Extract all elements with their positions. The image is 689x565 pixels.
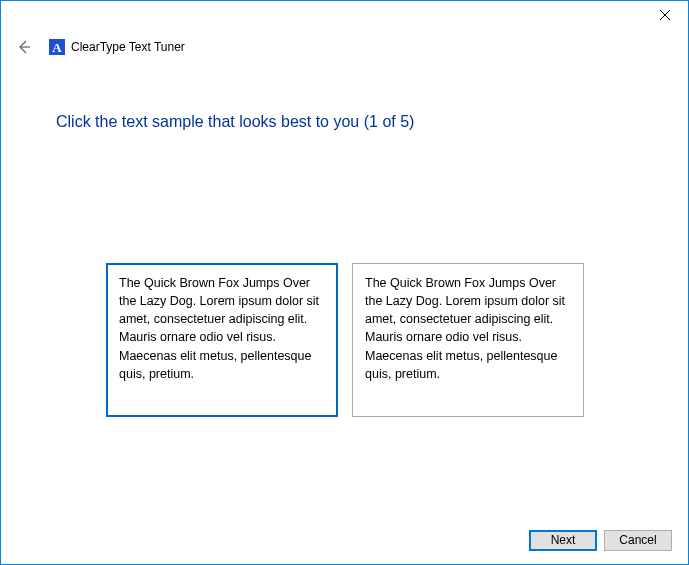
page-heading: Click the text sample that looks best to… xyxy=(56,113,633,131)
window-frame: A ClearType Text Tuner Click the text sa… xyxy=(0,0,689,565)
app-title: ClearType Text Tuner xyxy=(71,40,185,54)
text-sample-2[interactable]: The Quick Brown Fox Jumps Over the Lazy … xyxy=(352,263,584,417)
header-row: A ClearType Text Tuner xyxy=(1,31,688,59)
titlebar xyxy=(1,1,688,31)
footer: Next Cancel xyxy=(1,516,688,564)
next-button[interactable]: Next xyxy=(529,530,597,551)
app-icon: A xyxy=(49,39,65,55)
text-sample-1[interactable]: The Quick Brown Fox Jumps Over the Lazy … xyxy=(106,263,338,417)
close-icon xyxy=(660,10,670,20)
cancel-button[interactable]: Cancel xyxy=(604,530,672,551)
sample-container: The Quick Brown Fox Jumps Over the Lazy … xyxy=(106,263,633,417)
back-arrow-icon xyxy=(16,39,32,55)
close-button[interactable] xyxy=(642,1,687,29)
content-area: Click the text sample that looks best to… xyxy=(1,59,688,516)
cleartype-icon: A xyxy=(49,39,65,55)
back-button[interactable] xyxy=(13,36,35,58)
svg-text:A: A xyxy=(52,40,62,55)
